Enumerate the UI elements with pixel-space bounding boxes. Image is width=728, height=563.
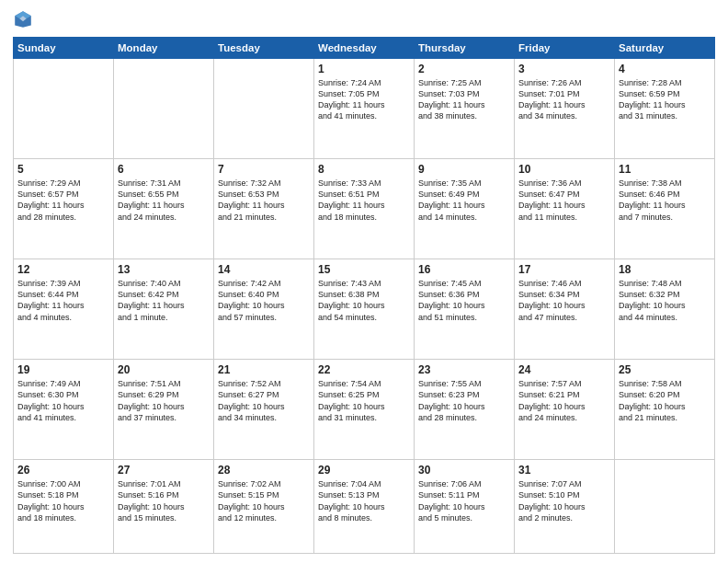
logo	[13, 9, 37, 29]
day-number: 30	[418, 464, 510, 477]
day-number: 16	[418, 263, 510, 276]
day-info: Sunrise: 7:29 AM Sunset: 6:57 PM Dayligh…	[17, 178, 109, 223]
day-7: 7Sunrise: 7:32 AM Sunset: 6:53 PM Daylig…	[214, 159, 314, 259]
day-26: 26Sunrise: 7:00 AM Sunset: 5:18 PM Dayli…	[14, 460, 114, 554]
day-8: 8Sunrise: 7:33 AM Sunset: 6:51 PM Daylig…	[314, 159, 415, 259]
day-number: 7	[218, 163, 310, 176]
day-info: Sunrise: 7:25 AM Sunset: 7:03 PM Dayligh…	[418, 77, 510, 122]
day-info: Sunrise: 7:42 AM Sunset: 6:40 PM Dayligh…	[218, 278, 310, 323]
day-4: 4Sunrise: 7:28 AM Sunset: 6:59 PM Daylig…	[615, 59, 715, 159]
day-info: Sunrise: 7:43 AM Sunset: 6:38 PM Dayligh…	[318, 278, 410, 323]
day-number: 14	[218, 263, 310, 276]
day-info: Sunrise: 7:38 AM Sunset: 6:46 PM Dayligh…	[619, 178, 711, 223]
col-header-tuesday: Tuesday	[214, 38, 314, 59]
day-info: Sunrise: 7:35 AM Sunset: 6:49 PM Dayligh…	[418, 178, 510, 223]
day-info: Sunrise: 7:52 AM Sunset: 6:27 PM Dayligh…	[218, 378, 310, 423]
day-number: 1	[318, 63, 410, 75]
day-number: 18	[619, 263, 711, 276]
day-info: Sunrise: 7:49 AM Sunset: 6:30 PM Dayligh…	[17, 378, 109, 423]
day-13: 13Sunrise: 7:40 AM Sunset: 6:42 PM Dayli…	[114, 259, 214, 360]
empty-cell	[214, 59, 314, 159]
day-10: 10Sunrise: 7:36 AM Sunset: 6:47 PM Dayli…	[515, 159, 615, 259]
day-number: 24	[518, 363, 610, 376]
day-14: 14Sunrise: 7:42 AM Sunset: 6:40 PM Dayli…	[214, 259, 314, 360]
day-info: Sunrise: 7:39 AM Sunset: 6:44 PM Dayligh…	[17, 278, 109, 323]
day-number: 4	[619, 63, 711, 75]
day-info: Sunrise: 7:02 AM Sunset: 5:15 PM Dayligh…	[218, 478, 310, 523]
day-info: Sunrise: 7:51 AM Sunset: 6:29 PM Dayligh…	[118, 378, 210, 423]
day-info: Sunrise: 7:24 AM Sunset: 7:05 PM Dayligh…	[318, 77, 410, 122]
day-31: 31Sunrise: 7:07 AM Sunset: 5:10 PM Dayli…	[515, 460, 615, 554]
day-headers-row: SundayMondayTuesdayWednesdayThursdayFrid…	[14, 38, 715, 59]
day-30: 30Sunrise: 7:06 AM Sunset: 5:11 PM Dayli…	[415, 460, 515, 554]
week-row-2: 12Sunrise: 7:39 AM Sunset: 6:44 PM Dayli…	[14, 259, 715, 360]
week-row-0: 1Sunrise: 7:24 AM Sunset: 7:05 PM Daylig…	[14, 59, 715, 159]
empty-cell	[14, 59, 114, 159]
week-row-3: 19Sunrise: 7:49 AM Sunset: 6:30 PM Dayli…	[14, 360, 715, 460]
day-number: 13	[118, 263, 210, 276]
day-info: Sunrise: 7:48 AM Sunset: 6:32 PM Dayligh…	[619, 278, 711, 323]
col-header-sunday: Sunday	[14, 38, 114, 59]
day-number: 27	[118, 464, 210, 477]
day-number: 25	[619, 363, 711, 376]
day-12: 12Sunrise: 7:39 AM Sunset: 6:44 PM Dayli…	[14, 259, 114, 360]
day-number: 29	[318, 464, 410, 477]
day-number: 22	[318, 363, 410, 376]
day-number: 9	[418, 163, 510, 176]
col-header-friday: Friday	[515, 38, 615, 59]
page: SundayMondayTuesdayWednesdayThursdayFrid…	[0, 0, 728, 563]
col-header-monday: Monday	[114, 38, 214, 59]
day-number: 26	[17, 464, 109, 477]
day-number: 17	[518, 263, 610, 276]
day-info: Sunrise: 7:00 AM Sunset: 5:18 PM Dayligh…	[17, 478, 109, 523]
day-info: Sunrise: 7:28 AM Sunset: 6:59 PM Dayligh…	[619, 77, 711, 122]
day-23: 23Sunrise: 7:55 AM Sunset: 6:23 PM Dayli…	[415, 360, 515, 460]
day-15: 15Sunrise: 7:43 AM Sunset: 6:38 PM Dayli…	[314, 259, 415, 360]
col-header-saturday: Saturday	[615, 38, 715, 59]
day-number: 21	[218, 363, 310, 376]
day-info: Sunrise: 7:33 AM Sunset: 6:51 PM Dayligh…	[318, 178, 410, 223]
day-18: 18Sunrise: 7:48 AM Sunset: 6:32 PM Dayli…	[615, 259, 715, 360]
day-9: 9Sunrise: 7:35 AM Sunset: 6:49 PM Daylig…	[415, 159, 515, 259]
day-info: Sunrise: 7:01 AM Sunset: 5:16 PM Dayligh…	[118, 478, 210, 523]
week-row-4: 26Sunrise: 7:00 AM Sunset: 5:18 PM Dayli…	[14, 460, 715, 554]
day-number: 5	[17, 163, 109, 176]
day-number: 20	[118, 363, 210, 376]
day-info: Sunrise: 7:36 AM Sunset: 6:47 PM Dayligh…	[518, 178, 610, 223]
empty-cell	[615, 460, 715, 554]
day-28: 28Sunrise: 7:02 AM Sunset: 5:15 PM Dayli…	[214, 460, 314, 554]
day-info: Sunrise: 7:31 AM Sunset: 6:55 PM Dayligh…	[118, 178, 210, 223]
day-info: Sunrise: 7:58 AM Sunset: 6:20 PM Dayligh…	[619, 378, 711, 423]
day-16: 16Sunrise: 7:45 AM Sunset: 6:36 PM Dayli…	[415, 259, 515, 360]
day-1: 1Sunrise: 7:24 AM Sunset: 7:05 PM Daylig…	[314, 59, 415, 159]
day-21: 21Sunrise: 7:52 AM Sunset: 6:27 PM Dayli…	[214, 360, 314, 460]
day-number: 28	[218, 464, 310, 477]
empty-cell	[114, 59, 214, 159]
day-17: 17Sunrise: 7:46 AM Sunset: 6:34 PM Dayli…	[515, 259, 615, 360]
day-info: Sunrise: 7:54 AM Sunset: 6:25 PM Dayligh…	[318, 378, 410, 423]
day-number: 31	[518, 464, 610, 477]
day-number: 6	[118, 163, 210, 176]
day-info: Sunrise: 7:46 AM Sunset: 6:34 PM Dayligh…	[518, 278, 610, 323]
day-19: 19Sunrise: 7:49 AM Sunset: 6:30 PM Dayli…	[14, 360, 114, 460]
day-number: 10	[518, 163, 610, 176]
day-number: 8	[318, 163, 410, 176]
day-22: 22Sunrise: 7:54 AM Sunset: 6:25 PM Dayli…	[314, 360, 415, 460]
day-info: Sunrise: 7:40 AM Sunset: 6:42 PM Dayligh…	[118, 278, 210, 323]
col-header-wednesday: Wednesday	[314, 38, 415, 59]
day-info: Sunrise: 7:57 AM Sunset: 6:21 PM Dayligh…	[518, 378, 610, 423]
day-number: 3	[518, 63, 610, 75]
day-20: 20Sunrise: 7:51 AM Sunset: 6:29 PM Dayli…	[114, 360, 214, 460]
day-2: 2Sunrise: 7:25 AM Sunset: 7:03 PM Daylig…	[415, 59, 515, 159]
day-3: 3Sunrise: 7:26 AM Sunset: 7:01 PM Daylig…	[515, 59, 615, 159]
week-row-1: 5Sunrise: 7:29 AM Sunset: 6:57 PM Daylig…	[14, 159, 715, 259]
header	[13, 9, 715, 29]
day-info: Sunrise: 7:45 AM Sunset: 6:36 PM Dayligh…	[418, 278, 510, 323]
day-25: 25Sunrise: 7:58 AM Sunset: 6:20 PM Dayli…	[615, 360, 715, 460]
day-info: Sunrise: 7:04 AM Sunset: 5:13 PM Dayligh…	[318, 478, 410, 523]
day-11: 11Sunrise: 7:38 AM Sunset: 6:46 PM Dayli…	[615, 159, 715, 259]
day-5: 5Sunrise: 7:29 AM Sunset: 6:57 PM Daylig…	[14, 159, 114, 259]
day-29: 29Sunrise: 7:04 AM Sunset: 5:13 PM Dayli…	[314, 460, 415, 554]
day-info: Sunrise: 7:06 AM Sunset: 5:11 PM Dayligh…	[418, 478, 510, 523]
day-number: 19	[17, 363, 109, 376]
